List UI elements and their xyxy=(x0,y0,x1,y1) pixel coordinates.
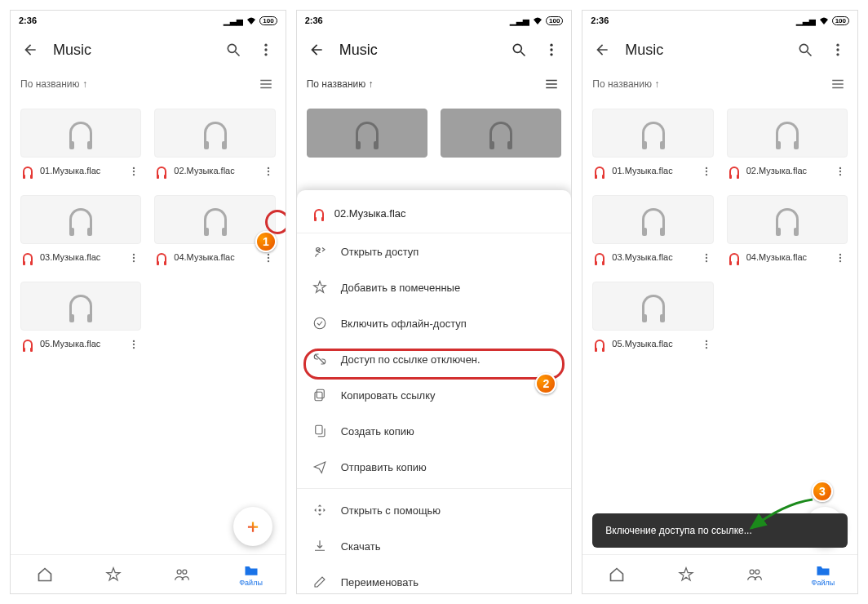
svg-point-3 xyxy=(264,48,267,51)
svg-point-0 xyxy=(228,44,236,52)
nav-shared[interactable] xyxy=(745,565,764,584)
send-icon xyxy=(312,459,328,475)
file-item[interactable]: 02.Музыка.flac xyxy=(154,109,275,179)
svg-point-33 xyxy=(799,44,808,52)
overflow-button[interactable] xyxy=(256,40,276,60)
sheet-item-star[interactable]: Добавить в помеченные xyxy=(297,269,572,305)
file-name-label: 02.Музыка.flac xyxy=(174,166,255,176)
svg-point-53 xyxy=(750,570,754,574)
file-more-button[interactable] xyxy=(833,166,848,177)
search-button[interactable] xyxy=(795,40,815,60)
star-icon xyxy=(312,279,328,295)
sheet-item-share[interactable]: Открыть доступ xyxy=(297,233,572,269)
signal-icon: ▁▃▅ xyxy=(510,16,529,25)
svg-point-43 xyxy=(839,174,841,175)
sort-label[interactable]: По названию ↑ xyxy=(307,78,374,90)
back-button[interactable] xyxy=(20,40,40,60)
svg-point-21 xyxy=(183,570,187,574)
nav-starred[interactable] xyxy=(104,565,123,584)
nav-files[interactable]: Файлы xyxy=(813,562,833,587)
file-name-label: 04.Музыка.flac xyxy=(174,252,255,263)
svg-point-54 xyxy=(755,570,760,574)
search-button[interactable] xyxy=(224,40,243,60)
svg-point-12 xyxy=(133,257,135,259)
file-more-button[interactable] xyxy=(261,166,276,177)
sheet-item-send[interactable]: Отправить копию xyxy=(297,449,572,485)
audio-icon xyxy=(69,208,92,231)
audio-icon xyxy=(642,208,665,231)
view-toggle-button[interactable] xyxy=(256,74,276,94)
file-item[interactable]: 04.Музыка.flac xyxy=(154,195,275,265)
nav-home[interactable] xyxy=(607,565,627,584)
sheet-item-copy[interactable]: Создать копию xyxy=(297,413,572,449)
file-more-button[interactable] xyxy=(126,252,141,264)
sheet-item-label: Переименовать xyxy=(341,576,418,588)
sheet-item-rename[interactable]: Переименовать xyxy=(297,564,572,594)
svg-point-14 xyxy=(268,254,269,255)
svg-point-49 xyxy=(839,260,841,262)
search-button[interactable] xyxy=(509,40,529,60)
status-time: 2:36 xyxy=(591,16,609,25)
sheet-item-offline[interactable]: Включить офлайн-доступ xyxy=(297,305,572,341)
file-more-button[interactable] xyxy=(699,166,714,177)
file-item[interactable]: 02.Музыка.flac xyxy=(727,109,848,179)
svg-point-5 xyxy=(133,167,135,169)
audio-icon xyxy=(776,208,799,231)
file-more-button[interactable] xyxy=(126,166,141,177)
svg-point-50 xyxy=(706,340,707,342)
wifi-icon xyxy=(246,16,256,24)
sheet-item-copy-link[interactable]: Копировать ссылку xyxy=(297,377,572,413)
overflow-button[interactable] xyxy=(542,40,561,60)
file-more-button[interactable] xyxy=(126,339,141,350)
sheet-item-label: Включить офлайн-доступ xyxy=(341,318,467,330)
sheet-item-label: Добавить в помеченные xyxy=(341,282,461,294)
bottom-sheet: 02.Музыка.flac Открыть доступДобавить в … xyxy=(297,190,572,593)
audio-icon xyxy=(776,122,799,144)
nav-home[interactable] xyxy=(35,565,55,584)
sheet-item-label: Создать копию xyxy=(341,425,414,437)
back-button[interactable] xyxy=(592,40,612,60)
audio-icon xyxy=(642,295,665,318)
file-item[interactable]: 05.Музыка.flac xyxy=(20,282,141,352)
back-button[interactable] xyxy=(307,40,326,60)
svg-point-24 xyxy=(551,44,553,47)
sheet-item-open-with[interactable]: Открыть с помощью xyxy=(297,492,572,528)
filetype-icon xyxy=(154,164,169,179)
battery-icon: 100 xyxy=(546,16,563,25)
svg-point-22 xyxy=(514,44,522,52)
signal-icon: ▁▃▅ xyxy=(796,16,816,25)
view-toggle-button[interactable] xyxy=(542,74,561,94)
file-more-button[interactable] xyxy=(699,252,714,264)
nav-starred[interactable] xyxy=(676,565,696,584)
file-name-label: 05.Музыка.flac xyxy=(40,339,122,349)
svg-point-16 xyxy=(268,260,269,262)
file-item[interactable]: 01.Музыка.flac xyxy=(592,109,713,179)
sort-label[interactable]: По названию ↑ xyxy=(20,78,87,90)
file-grid: 01.Музыка.flac 02.Музыка.flac 03.Музыка.… xyxy=(11,99,286,554)
wifi-icon xyxy=(819,16,829,24)
svg-point-8 xyxy=(268,167,269,169)
filetype-icon xyxy=(312,207,326,221)
overflow-button[interactable] xyxy=(828,40,848,60)
annotation-badge-1: 1 xyxy=(255,231,277,252)
file-more-button[interactable] xyxy=(699,339,714,350)
svg-point-45 xyxy=(706,257,707,259)
file-more-button[interactable] xyxy=(261,252,276,264)
view-toggle-button[interactable] xyxy=(828,74,848,94)
bottom-nav: Файлы xyxy=(11,554,286,593)
fab-add-button[interactable]: ＋ xyxy=(233,507,272,546)
sort-label[interactable]: По названию ↑ xyxy=(592,78,659,90)
nav-files[interactable]: Файлы xyxy=(241,562,261,587)
svg-point-19 xyxy=(133,347,135,349)
sort-bar: По названию ↑ xyxy=(11,69,286,99)
file-item[interactable]: 05.Музыка.flac xyxy=(592,282,713,352)
audio-icon xyxy=(204,208,227,231)
nav-shared[interactable] xyxy=(172,565,192,584)
file-item[interactable]: 04.Музыка.flac xyxy=(727,195,848,265)
sheet-item-download[interactable]: Скачать xyxy=(297,528,572,564)
file-item[interactable]: 01.Музыка.flac xyxy=(20,109,141,179)
file-item[interactable]: 03.Музыка.flac xyxy=(592,195,713,265)
file-more-button[interactable] xyxy=(833,252,848,264)
file-item[interactable]: 03.Музыка.flac xyxy=(20,195,141,265)
copy-link-icon xyxy=(312,387,328,403)
